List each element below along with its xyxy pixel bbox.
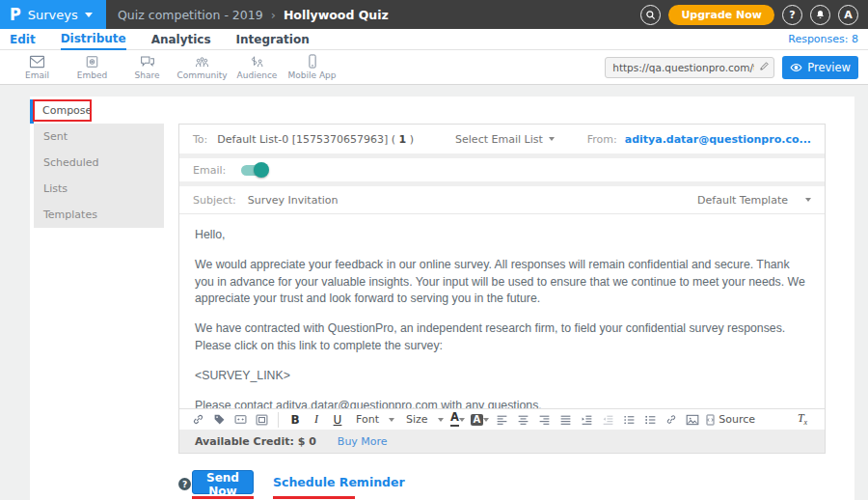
subject-row: Subject: Survey Invitation Default Templ… xyxy=(179,186,825,213)
increase-indent-button[interactable] xyxy=(578,411,595,429)
from-label: From: xyxy=(587,133,617,146)
subject-input[interactable]: Survey Invitation xyxy=(248,194,697,207)
sidebar-item-scheduled[interactable]: Scheduled xyxy=(34,150,164,176)
insert-image-button[interactable] xyxy=(684,411,701,429)
body-paragraph: Please contact aditya.datar@questionpro.… xyxy=(195,398,809,408)
align-right-icon xyxy=(538,414,551,426)
breadcrumb-survey-group[interactable]: Quiz competition - 2019 xyxy=(118,8,263,22)
body-paragraph: <SURVEY_LINK> xyxy=(195,368,809,385)
email-toggle-switch[interactable] xyxy=(241,165,268,176)
insert-survey-link-button[interactable] xyxy=(189,411,206,429)
text-color-button[interactable]: A xyxy=(449,411,467,429)
body-paragraph: We would appreciate your feedback in our… xyxy=(195,257,809,308)
source-button[interactable]: Source xyxy=(705,411,755,429)
questionpro-distribute-screen: P Surveys Quiz competition - 2019 › Holl… xyxy=(0,0,868,500)
toolbar-divider xyxy=(278,412,279,428)
tab-edit[interactable]: Edit xyxy=(10,29,36,50)
help-button[interactable]: ? xyxy=(782,5,802,25)
email-toggle-row: Email: xyxy=(179,158,825,181)
recipient-count: 1 xyxy=(399,133,407,146)
account-avatar[interactable]: A xyxy=(838,5,858,25)
chevron-down-icon xyxy=(805,198,811,202)
upgrade-now-button[interactable]: Upgrade Now xyxy=(668,5,774,25)
breadcrumb-separator: › xyxy=(271,8,276,22)
compose-panel: To: Default List-0 [1575370657963] ( 1 )… xyxy=(178,124,826,454)
body-paragraph: Hello, xyxy=(195,227,809,244)
insert-link-button[interactable] xyxy=(663,411,680,429)
tab-distribute[interactable]: Distribute xyxy=(61,29,126,50)
insert-tag-button[interactable] xyxy=(210,411,228,429)
align-justify-button[interactable] xyxy=(556,411,574,429)
align-center-button[interactable] xyxy=(514,411,531,429)
email-toggle-label: Email: xyxy=(193,164,226,177)
channel-share[interactable]: Share xyxy=(120,55,175,80)
channel-mobile-app[interactable]: Mobile App xyxy=(285,54,339,80)
notifications-button[interactable] xyxy=(810,5,830,25)
send-help-button[interactable]: ? xyxy=(178,478,191,490)
background-color-button[interactable]: A xyxy=(471,411,490,429)
distribute-channel-toolbar: Email Embed Share Community Audience Mob… xyxy=(0,50,868,85)
underline-button[interactable]: U xyxy=(329,411,346,429)
responses-count[interactable]: Responses: 8 xyxy=(788,33,858,45)
sidebar-item-compose[interactable]: Compose xyxy=(42,104,92,117)
question-mark-icon: ? xyxy=(182,480,187,489)
email-icon xyxy=(29,55,45,69)
channel-embed[interactable]: Embed xyxy=(65,55,120,80)
header-actions: Upgrade Now ? A xyxy=(640,5,868,25)
template-dropdown[interactable]: Default Template xyxy=(697,194,811,207)
surveys-menu[interactable]: P Surveys xyxy=(0,0,106,29)
bold-button[interactable]: B xyxy=(286,411,304,429)
sidebar-item-sent[interactable]: Sent xyxy=(34,124,164,150)
align-left-button[interactable] xyxy=(493,411,510,429)
align-right-button[interactable] xyxy=(535,411,553,429)
from-email-value[interactable]: aditya.datar@questionpro.co... xyxy=(625,133,811,146)
survey-url-input[interactable] xyxy=(605,57,774,78)
bulleted-list-button[interactable] xyxy=(620,411,637,429)
eye-icon xyxy=(790,63,802,72)
credit-strip: Available Credit: $ 0 Buy More xyxy=(179,430,825,453)
richtext-toolbar: B I U Font Size A A xyxy=(179,408,825,430)
decrease-indent-button xyxy=(599,411,616,429)
edit-url-button[interactable] xyxy=(759,61,770,71)
tab-analytics[interactable]: Analytics xyxy=(151,29,211,50)
survey-link-group: Preview xyxy=(605,56,858,79)
channel-audience[interactable]: Audience xyxy=(230,55,285,80)
community-icon xyxy=(194,55,210,69)
search-button[interactable] xyxy=(640,5,661,25)
sidebar-item-lists[interactable]: Lists xyxy=(34,176,164,202)
link-icon xyxy=(192,413,204,426)
sidebar-item-templates[interactable]: Templates xyxy=(34,202,164,228)
align-justify-icon xyxy=(559,414,572,426)
font-size-dropdown[interactable]: Size xyxy=(406,413,444,426)
subject-label: Subject: xyxy=(193,194,236,207)
insert-template-button[interactable] xyxy=(253,411,270,429)
preview-button[interactable]: Preview xyxy=(782,56,858,79)
breadcrumb-survey-name: Hollywood Quiz xyxy=(284,8,389,22)
italic-button[interactable]: I xyxy=(308,411,325,429)
font-family-dropdown[interactable]: Font xyxy=(356,413,394,426)
buy-more-link[interactable]: Buy More xyxy=(338,435,388,448)
remove-format-button[interactable]: Tx xyxy=(794,411,811,429)
select-email-list-dropdown[interactable]: Select Email List xyxy=(455,133,555,146)
chevron-down-icon xyxy=(438,418,444,422)
card-icon xyxy=(256,414,268,426)
insert-unsubscribe-button[interactable] xyxy=(231,411,249,429)
send-now-button[interactable]: Send Now xyxy=(192,470,254,494)
share-icon xyxy=(140,55,155,69)
tab-integration[interactable]: Integration xyxy=(236,29,310,50)
audience-icon xyxy=(249,55,265,69)
image-icon xyxy=(686,414,699,426)
chevron-down-icon xyxy=(85,13,93,17)
channel-email[interactable]: Email xyxy=(10,55,65,80)
toggle-knob xyxy=(254,162,269,178)
channel-community[interactable]: Community xyxy=(175,55,230,80)
chain-icon xyxy=(665,413,678,426)
question-mark-icon: ? xyxy=(789,9,795,21)
numbered-list-button[interactable] xyxy=(641,411,659,429)
to-label: To: xyxy=(193,133,207,146)
indent-decrease-icon xyxy=(602,414,614,426)
email-body-editor[interactable]: Hello, We would appreciate your feedback… xyxy=(179,213,825,408)
body-paragraph: We have contracted with QuestionPro, an … xyxy=(195,320,809,355)
available-credit-label: Available Credit: $ 0 xyxy=(195,435,316,448)
schedule-reminder-link[interactable]: Schedule Reminder xyxy=(273,475,405,489)
